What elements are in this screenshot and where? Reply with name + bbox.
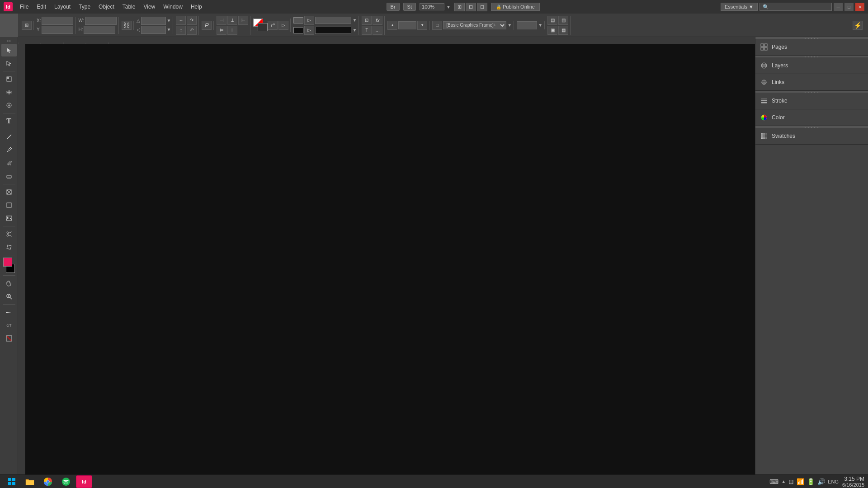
shear-dropdown[interactable]: ▼ [167, 27, 171, 32]
rect-frame-tool[interactable] [1, 186, 17, 198]
minimize-button[interactable]: ─ [834, 3, 843, 11]
opacity-dropdown[interactable]: ▼ [538, 23, 542, 28]
menu-window[interactable]: Window [160, 3, 186, 11]
view-mode-4-btn[interactable]: ▦ [558, 26, 568, 35]
menu-object[interactable]: Object [95, 3, 118, 11]
scissors-tool[interactable] [1, 228, 17, 240]
align-right-btn[interactable]: ⊢ [238, 16, 248, 25]
stroke-none-btn[interactable]: ▷ [304, 16, 314, 25]
type-tool[interactable]: T [1, 115, 17, 127]
rect-tool[interactable] [1, 199, 17, 211]
windows-start-button[interactable] [4, 475, 20, 488]
menu-type[interactable]: Type [75, 3, 94, 11]
align-left-btn[interactable]: ⊣ [217, 16, 226, 25]
zoom-tool[interactable] [1, 290, 17, 303]
zoom-dropdown-icon[interactable]: ▼ [446, 5, 451, 9]
container-btn[interactable]: ⊡ [362, 16, 372, 25]
layers-header[interactable]: Layers [755, 57, 868, 74]
stroke-header[interactable]: Stroke [755, 93, 868, 109]
content-collector-tool[interactable] [1, 99, 17, 112]
color-header[interactable]: Color [755, 109, 868, 126]
rotate-cw-btn[interactable]: ↷ [187, 16, 197, 25]
menu-layout[interactable]: Layout [51, 3, 74, 11]
hand-tool[interactable] [1, 277, 17, 290]
frame-style-dropdown[interactable]: ▼ [507, 23, 512, 28]
w-input[interactable] [85, 17, 117, 25]
view-btn-1[interactable]: ⊞ [454, 3, 465, 11]
more-btn[interactable]: … [373, 26, 382, 35]
stroke-swatch[interactable] [293, 17, 303, 23]
line-tool[interactable] [1, 131, 17, 143]
view-mode-1-btn[interactable]: ▤ [547, 16, 557, 25]
toolbox-collapse[interactable]: ●● [0, 39, 18, 42]
menu-help[interactable]: Help [187, 3, 206, 11]
stroke-weight-input[interactable]: ————— [315, 17, 351, 24]
dist-v-btn[interactable]: ⊦ [227, 26, 237, 35]
pages-header[interactable]: Pages [755, 39, 868, 55]
object-style-btn[interactable]: □ [432, 21, 442, 30]
maximize-button[interactable]: □ [844, 3, 854, 11]
opacity-input[interactable]: 100% [517, 21, 537, 29]
tb-grid-btn[interactable]: ⊞ [22, 21, 32, 30]
swatches-header[interactable]: Swatches [755, 128, 868, 144]
menu-file[interactable]: File [16, 3, 32, 11]
align-center-btn[interactable]: ⊥ [227, 16, 237, 25]
pen-tool[interactable] [1, 144, 17, 156]
fx-btn[interactable]: fx [373, 16, 382, 25]
bridge-button[interactable]: Br [387, 3, 400, 11]
image-tool[interactable] [1, 212, 17, 225]
stroke-input[interactable]: 1p0 [398, 21, 416, 29]
pencil-tool[interactable] [1, 157, 17, 169]
stock-button[interactable]: St [403, 3, 416, 11]
frame-style-select[interactable]: [Basic Graphics Frame]+ [443, 21, 506, 29]
rotate-ccw-btn[interactable]: ↶ [187, 26, 197, 35]
mode-toggle[interactable]: ○T [1, 319, 17, 332]
default-colors-btn[interactable]: ▷ [278, 21, 288, 30]
stroke-color-box[interactable] [258, 23, 268, 31]
indesign-taskbar-button[interactable]: Id [76, 475, 92, 488]
h-input[interactable] [84, 26, 115, 34]
menu-view[interactable]: View [140, 3, 159, 11]
menu-edit[interactable]: Edit [33, 3, 50, 11]
stroke-down-btn[interactable]: ▼ [417, 21, 427, 30]
text-effects-btn[interactable]: T [362, 26, 372, 35]
view-mode-2-btn[interactable]: ▨ [558, 16, 568, 25]
chrome-button[interactable] [40, 475, 56, 488]
constrain-proportions-btn[interactable]: ⛓ [122, 21, 132, 30]
apply-none-btn[interactable] [1, 332, 17, 345]
erase-tool[interactable] [1, 170, 17, 183]
stroke-weight-dropdown[interactable]: ▼ [352, 18, 357, 23]
links-header[interactable]: Links [755, 74, 868, 90]
view-btn-3[interactable]: ⊟ [477, 3, 487, 11]
fill-none-btn[interactable]: ▷ [304, 26, 314, 35]
flip-v-btn[interactable]: ↕ [176, 26, 186, 35]
rotation-input[interactable] [141, 17, 166, 25]
flip-h-btn[interactable]: ↔ [176, 16, 186, 25]
gradient-feather-tool[interactable] [1, 306, 17, 319]
dist-h-btn[interactable]: ⊨ [217, 26, 226, 35]
menu-table[interactable]: Table [119, 3, 139, 11]
fill-dropdown[interactable]: ▼ [352, 28, 357, 33]
essentials-button[interactable]: Essentials ▼ [721, 3, 758, 11]
arrow-up-icon[interactable]: ▲ [781, 479, 786, 484]
text-frame-btn[interactable]: P [202, 21, 212, 30]
close-button[interactable]: ✕ [855, 3, 864, 11]
stroke-up-btn[interactable]: ▲ [387, 21, 397, 30]
fill-swatch-2[interactable] [293, 27, 303, 33]
file-explorer-button[interactable] [22, 475, 38, 488]
x-input[interactable] [42, 17, 73, 25]
fill-gradient[interactable] [315, 27, 351, 34]
free-transform-tool[interactable] [1, 241, 17, 253]
selection-tool[interactable] [1, 44, 17, 56]
shear-input[interactable] [141, 26, 166, 34]
page-tool[interactable] [1, 73, 17, 85]
view-btn-2[interactable]: ⊡ [466, 3, 476, 11]
direct-selection-tool[interactable] [1, 57, 17, 70]
foreground-color-swatch[interactable] [3, 258, 12, 267]
spotify-button[interactable] [58, 475, 74, 488]
publish-online-button[interactable]: 🔒 Publish Online [491, 3, 540, 11]
search-input[interactable] [760, 3, 832, 11]
canvas[interactable] [25, 44, 755, 474]
view-mode-3-btn[interactable]: ▣ [547, 26, 557, 35]
gap-tool[interactable] [1, 86, 17, 99]
